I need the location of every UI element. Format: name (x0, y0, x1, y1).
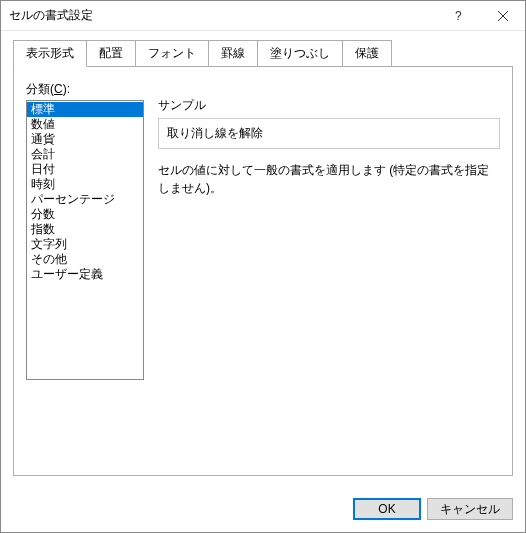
dialog-body: 表示形式配置フォント罫線塗りつぶし保護 分類(C): 標準数値通貨会計日付時刻パ… (1, 31, 525, 488)
tab-3[interactable]: 罫線 (208, 40, 258, 67)
list-item[interactable]: 会計 (27, 147, 143, 162)
list-item[interactable]: 時刻 (27, 177, 143, 192)
list-item[interactable]: 指数 (27, 222, 143, 237)
list-item[interactable]: 通貨 (27, 132, 143, 147)
sample-label: サンプル (158, 97, 500, 114)
format-description: セルの値に対して一般の書式を適用します (特定の書式を指定しません)。 (158, 161, 500, 197)
list-item[interactable]: 日付 (27, 162, 143, 177)
tab-0[interactable]: 表示形式 (13, 40, 87, 67)
list-item[interactable]: ユーザー定義 (27, 267, 143, 282)
help-button[interactable]: ? (435, 1, 480, 30)
detail-column: サンプル 取り消し線を解除 セルの値に対して一般の書式を適用します (特定の書式… (158, 81, 500, 463)
dialog-window: セルの書式設定 ? 表示形式配置フォント罫線塗りつぶし保護 分類(C): 標準数… (0, 0, 526, 533)
tab-panel-format: 分類(C): 標準数値通貨会計日付時刻パーセンテージ分数指数文字列その他ユーザー… (13, 66, 513, 476)
tabstrip: 表示形式配置フォント罫線塗りつぶし保護 (13, 39, 513, 66)
list-item[interactable]: 分数 (27, 207, 143, 222)
list-item[interactable]: 文字列 (27, 237, 143, 252)
cancel-button[interactable]: キャンセル (427, 498, 513, 520)
ok-button[interactable]: OK (353, 498, 421, 520)
sample-value: 取り消し線を解除 (167, 126, 263, 140)
tab-5[interactable]: 保護 (342, 40, 392, 67)
list-item[interactable]: パーセンテージ (27, 192, 143, 207)
titlebar-title: セルの書式設定 (9, 7, 435, 24)
titlebar: セルの書式設定 ? (1, 1, 525, 31)
tab-1[interactable]: 配置 (86, 40, 136, 67)
svg-text:?: ? (455, 10, 462, 22)
list-item[interactable]: その他 (27, 252, 143, 267)
category-column: 分類(C): 標準数値通貨会計日付時刻パーセンテージ分数指数文字列その他ユーザー… (26, 81, 144, 463)
list-item[interactable]: 標準 (27, 102, 143, 117)
close-button[interactable] (480, 1, 525, 30)
sample-box: 取り消し線を解除 (158, 118, 500, 149)
category-label: 分類(C): (26, 81, 144, 98)
list-item[interactable]: 数値 (27, 117, 143, 132)
category-listbox[interactable]: 標準数値通貨会計日付時刻パーセンテージ分数指数文字列その他ユーザー定義 (26, 100, 144, 380)
tab-4[interactable]: 塗りつぶし (257, 40, 343, 67)
tab-2[interactable]: フォント (135, 40, 209, 67)
dialog-footer: OK キャンセル (1, 488, 525, 532)
